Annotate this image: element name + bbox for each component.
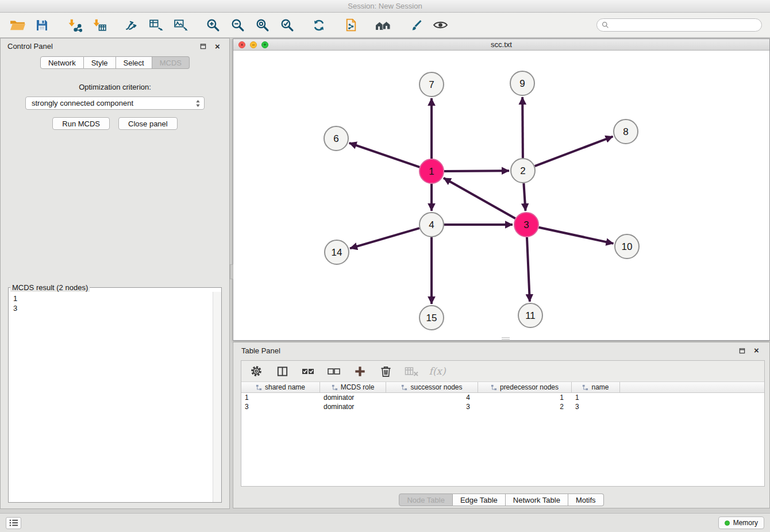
graph-node-8[interactable]: 8 <box>614 119 638 144</box>
window-resize-grip[interactable] <box>502 337 510 340</box>
open-file-button[interactable] <box>8 16 26 34</box>
result-scrollbar[interactable] <box>213 292 221 502</box>
table-cell[interactable]: 2 <box>478 403 572 411</box>
graph-node-7[interactable]: 7 <box>419 72 444 97</box>
gear-icon <box>249 364 263 378</box>
graph-edge-1-2[interactable] <box>444 171 509 171</box>
table-cell[interactable]: 3 <box>386 403 478 411</box>
close-panel-icon[interactable]: × <box>213 42 222 51</box>
column-header-label: predecessor nodes <box>500 383 559 391</box>
style-paint-button[interactable] <box>406 16 425 34</box>
network-window-title: scc.txt <box>491 40 512 49</box>
gear-button[interactable] <box>248 363 264 379</box>
node-label: 2 <box>520 165 525 176</box>
column-header-shared-name[interactable]: shared name <box>241 382 320 392</box>
graph-node-1[interactable]: 1 <box>419 159 444 183</box>
float-panel-icon[interactable] <box>198 42 208 51</box>
graph-node-9[interactable]: 9 <box>510 71 534 95</box>
table-cell[interactable]: 1 <box>572 394 620 402</box>
new-network-button[interactable] <box>122 16 140 34</box>
refresh-view-button[interactable] <box>310 16 328 34</box>
column-header-successor-nodes[interactable]: successor nodes <box>386 382 478 392</box>
panel-splitter-handle[interactable] <box>230 264 233 279</box>
float-table-panel-icon[interactable] <box>737 346 747 355</box>
node-label: 3 <box>523 219 529 230</box>
import-network-button[interactable] <box>65 16 83 34</box>
column-header-predecessor-nodes[interactable]: predecessor nodes <box>478 382 572 392</box>
column-header-name[interactable]: name <box>572 382 620 392</box>
window-zoom-icon[interactable]: + <box>261 41 268 48</box>
graph-node-6[interactable]: 6 <box>324 126 348 151</box>
graph-edge-1-6[interactable] <box>349 143 420 167</box>
tab-select[interactable]: Select <box>116 56 152 69</box>
graph-edge-4-14[interactable] <box>350 228 419 248</box>
add-column-button[interactable] <box>352 363 368 379</box>
network-graph: 7968124314101511 <box>233 51 769 340</box>
export-network-button[interactable] <box>147 16 165 34</box>
close-table-panel-icon[interactable]: × <box>752 346 761 355</box>
task-history-button[interactable] <box>6 517 21 529</box>
node-label: 6 <box>333 133 338 144</box>
toggle-panel-button[interactable] <box>274 363 290 379</box>
zoom-in-button[interactable] <box>203 16 222 34</box>
window-close-icon[interactable]: × <box>238 41 245 48</box>
tab-mcds[interactable]: MCDS <box>152 56 190 69</box>
network-canvas[interactable]: 7968124314101511 <box>233 51 769 340</box>
dropdown-arrows-icon <box>195 99 201 107</box>
select-all-icon <box>301 364 315 378</box>
search-box[interactable] <box>596 18 762 32</box>
eye-button[interactable] <box>431 16 449 34</box>
graph-node-10[interactable]: 10 <box>615 234 639 259</box>
tab-motifs[interactable]: Motifs <box>568 494 604 506</box>
table-panel-header: Table Panel × <box>233 342 769 358</box>
window-minimize-icon[interactable]: − <box>250 41 257 48</box>
table-cell[interactable]: 3 <box>241 403 320 411</box>
optimization-dropdown[interactable]: strongly connected component <box>25 97 205 110</box>
table-cell[interactable]: 1 <box>478 394 572 402</box>
table-cell[interactable]: 3 <box>572 403 620 411</box>
tab-node-table[interactable]: Node Table <box>399 494 453 506</box>
graph-node-4[interactable]: 4 <box>419 213 444 237</box>
select-all-button[interactable] <box>300 363 316 379</box>
graph-edge-3-11[interactable] <box>527 237 530 302</box>
graph-edge-2-9[interactable] <box>522 97 523 158</box>
memory-button[interactable]: Memory <box>718 516 764 529</box>
table-row[interactable]: 1dominator411 <box>241 393 764 402</box>
export-image-button[interactable] <box>171 16 190 34</box>
tab-edge-table[interactable]: Edge Table <box>453 494 506 506</box>
table-cell[interactable]: dominator <box>320 403 386 411</box>
graph-edge-2-8[interactable] <box>535 137 613 167</box>
table-cell[interactable]: 1 <box>241 394 320 402</box>
tab-network[interactable]: Network <box>40 56 84 69</box>
column-sort-icon <box>332 384 338 391</box>
graph-edge-3-10[interactable] <box>539 228 614 244</box>
table-panel: Table Panel × f(x) shared nameMCDS roles… <box>233 342 770 508</box>
zoom-fit-button[interactable] <box>253 16 271 34</box>
search-input[interactable] <box>612 21 757 29</box>
graph-node-3[interactable]: 3 <box>514 213 538 237</box>
import-table-button[interactable] <box>90 16 108 34</box>
tab-network-table[interactable]: Network Table <box>506 494 568 506</box>
run-mcds-button[interactable]: Run MCDS <box>52 117 110 130</box>
duplicate-network-button[interactable] <box>342 16 360 34</box>
deselect-all-button[interactable] <box>326 363 342 379</box>
zoom-out-button[interactable] <box>228 16 247 34</box>
graph-edge-2-3[interactable] <box>523 183 525 211</box>
add-column-icon <box>353 365 367 378</box>
column-header-mcds-role[interactable]: MCDS role <box>320 382 386 392</box>
close-panel-button[interactable]: Close panel <box>118 117 178 130</box>
first-neighbors-icon <box>375 18 392 32</box>
first-neighbors-button[interactable] <box>374 16 392 34</box>
table-cell[interactable]: 4 <box>386 394 478 402</box>
delete-column-button[interactable] <box>378 363 394 379</box>
save-session-button[interactable] <box>33 16 51 34</box>
table-row[interactable]: 3dominator323 <box>241 402 764 411</box>
graph-node-11[interactable]: 11 <box>518 303 542 327</box>
table-cell[interactable]: dominator <box>320 394 386 402</box>
tab-style[interactable]: Style <box>84 56 116 69</box>
graph-edge-3-1[interactable] <box>444 178 515 218</box>
graph-node-2[interactable]: 2 <box>511 159 535 183</box>
graph-node-15[interactable]: 15 <box>419 306 444 330</box>
zoom-selected-button[interactable] <box>278 16 296 34</box>
graph-node-14[interactable]: 14 <box>325 240 349 264</box>
